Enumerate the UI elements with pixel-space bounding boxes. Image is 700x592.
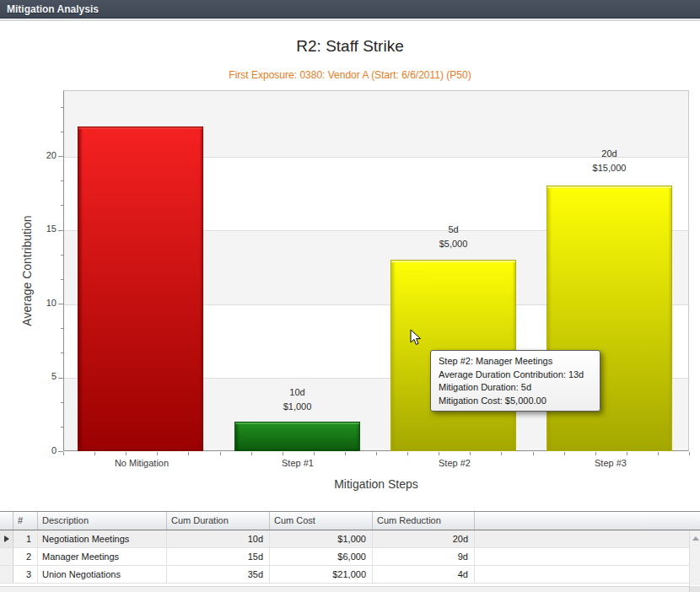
x-axis-tick: [689, 452, 690, 455]
cell-cum-reduction[interactable]: 20d: [373, 530, 475, 547]
grid-header-row: # Description Cum Duration Cum Cost Cum …: [0, 512, 700, 530]
column-header-num[interactable]: #: [13, 512, 38, 530]
column-header-description[interactable]: Description: [38, 512, 167, 530]
mouse-cursor-icon: [410, 329, 422, 350]
y-axis-tick: [61, 328, 63, 329]
chart-title: R2: Staff Strike: [0, 37, 700, 56]
y-axis-tick: [61, 205, 63, 206]
x-axis-tick: [157, 452, 158, 455]
x-axis-tick: [470, 452, 471, 455]
x-axis-tick: [126, 452, 127, 455]
x-axis-tick: [439, 452, 439, 455]
x-axis-tick: [220, 452, 221, 455]
y-axis-tick: [61, 427, 63, 428]
category-label-no-mitigation: No Mitigation: [63, 458, 220, 468]
y-axis-tick: [58, 156, 63, 157]
table-row-3[interactable]: 3 Union Negotiations 35d $21,000 4d: [0, 566, 689, 584]
x-axis-tick: [595, 452, 596, 455]
y-axis-tick: [61, 180, 63, 181]
current-row-arrow-icon: [4, 535, 9, 542]
y-axis-title: Average Contribution: [20, 186, 34, 355]
x-axis-tick: [407, 452, 408, 455]
row-selector[interactable]: [0, 530, 13, 547]
scrollbar-corner: [689, 586, 700, 592]
tooltip-mitigation-cost: Mitigation Cost: $5,000.00: [439, 395, 592, 408]
mitigation-analysis-window: Mitigation Analysis R2: Staff Strike Fir…: [0, 0, 700, 592]
y-tick-label-15: 15: [33, 223, 57, 234]
cell-num[interactable]: 2: [13, 548, 38, 565]
y-axis-tick: [58, 230, 63, 231]
x-axis-tick: [345, 452, 346, 455]
cell-cum-duration[interactable]: 35d: [167, 566, 270, 583]
tooltip-avg-contribution: Average Duration Contribution: 13d: [439, 369, 592, 382]
vertical-scrollbar[interactable]: [689, 530, 700, 585]
x-axis-tick: [627, 452, 627, 455]
titlebar-divider: [0, 19, 700, 21]
bar-label-duration: 5d: [390, 223, 516, 237]
y-axis-tick: [61, 353, 63, 353]
column-header-cum-reduction[interactable]: Cum Reduction: [373, 512, 475, 530]
bar-label-step-2: 5d $5,000: [390, 223, 516, 251]
y-axis-tick: [61, 255, 63, 256]
row-selector[interactable]: [0, 548, 13, 565]
y-tick-label-10: 10: [33, 298, 57, 308]
x-axis-tick: [188, 452, 189, 455]
bar-label-duration: 20d: [547, 147, 672, 161]
cell-cum-cost[interactable]: $21,000: [270, 566, 373, 583]
cell-cum-reduction[interactable]: 4d: [373, 566, 475, 583]
chart-subtitle: First Exposure: 0380: Vendor A (Start: 6…: [0, 69, 700, 81]
bar-label-duration: 10d: [234, 385, 360, 400]
category-label-step-1: Step #1: [219, 458, 376, 468]
header-row-selector: [0, 512, 13, 530]
bar-step-1[interactable]: [234, 422, 360, 451]
column-header-cum-cost[interactable]: Cum Cost: [270, 512, 373, 530]
x-axis-tick: [94, 452, 95, 455]
y-axis-tick: [58, 304, 63, 304]
y-axis-tick: [61, 402, 63, 403]
cell-cum-duration[interactable]: 10d: [167, 530, 270, 547]
window-title: Mitigation Analysis: [7, 0, 99, 19]
y-axis-tick: [61, 279, 63, 280]
x-axis-tick: [314, 452, 315, 455]
x-axis-tick: [533, 452, 534, 455]
y-tick-label-0: 0: [33, 445, 57, 455]
cell-description[interactable]: Manager Meetings: [38, 548, 167, 565]
scroll-up-icon[interactable]: [692, 536, 699, 541]
cell-cum-cost[interactable]: $1,000: [270, 530, 373, 547]
bar-label-step-3: 20d $15,000: [547, 147, 672, 175]
cell-num[interactable]: 1: [13, 530, 38, 547]
tooltip-step-name: Step #2: Manager Meetings: [439, 355, 592, 369]
y-axis-tick: [58, 378, 63, 379]
bar-no-mitigation[interactable]: [78, 126, 203, 451]
category-label-step-2: Step #2: [376, 458, 533, 468]
bar-label-cost: $1,000: [234, 400, 360, 414]
x-axis-tick: [376, 452, 377, 455]
table-row-2[interactable]: 2 Manager Meetings 15d $6,000 9d: [0, 548, 689, 566]
x-axis-tick: [658, 452, 659, 455]
tooltip-mitigation-duration: Mitigation Duration: 5d: [439, 381, 592, 395]
x-axis-tick: [251, 452, 252, 455]
bar-label-step-1: 10d $1,000: [234, 385, 360, 414]
column-header-cum-duration[interactable]: Cum Duration: [167, 512, 270, 530]
cell-cum-duration[interactable]: 15d: [167, 548, 270, 565]
cell-description[interactable]: Union Negotiations: [38, 566, 167, 583]
bar-label-cost: $5,000: [390, 237, 516, 251]
y-axis-tick: [61, 107, 63, 108]
cell-num[interactable]: 3: [13, 566, 38, 583]
window-titlebar[interactable]: Mitigation Analysis: [0, 0, 700, 19]
y-axis-tick: [61, 132, 63, 132]
x-axis-tick: [501, 452, 502, 455]
horizontal-scrollbar[interactable]: [0, 586, 700, 592]
row-selector[interactable]: [0, 566, 13, 583]
table-row-1[interactable]: 1 Negotiation Meetings 10d $1,000 20d: [0, 530, 689, 548]
cell-description[interactable]: Negotiation Meetings: [38, 530, 167, 547]
cell-cum-reduction[interactable]: 9d: [373, 548, 475, 565]
hover-tooltip: Step #2: Manager Meetings Average Durati…: [430, 350, 600, 412]
x-axis-title: Mitigation Steps: [63, 477, 689, 491]
y-tick-label-5: 5: [33, 371, 57, 381]
y-tick-label-20: 20: [33, 150, 57, 160]
cell-cum-cost[interactable]: $6,000: [270, 548, 373, 565]
x-axis-tick: [63, 452, 64, 455]
x-axis-tick: [283, 452, 283, 455]
x-axis-tick: [564, 452, 565, 455]
